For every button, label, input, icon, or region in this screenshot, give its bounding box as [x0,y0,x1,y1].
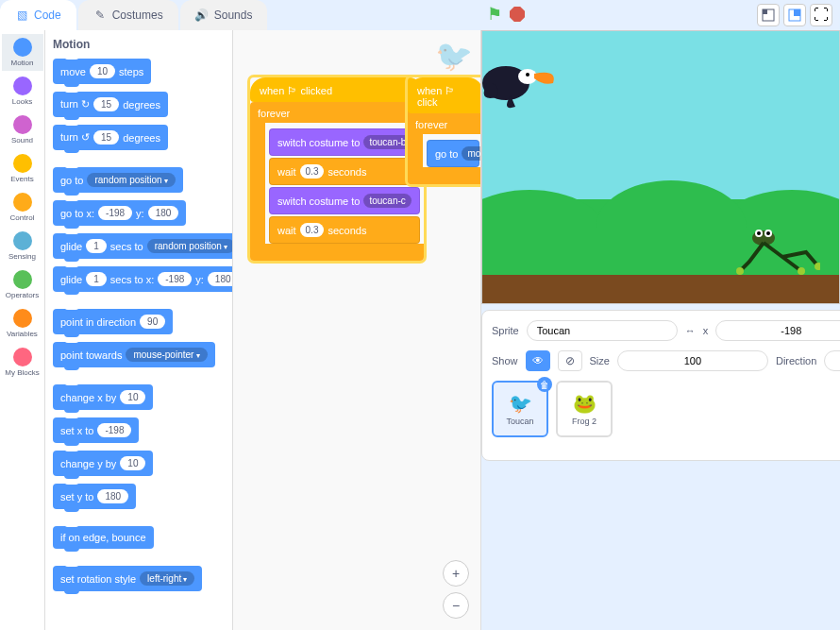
wait-block-2[interactable]: wait0.3seconds [269,216,420,244]
frog-thumb-icon: 🐸 [573,392,596,415]
sprite-frog-on-stage[interactable] [735,219,820,294]
sprite-tile-frog[interactable]: 🐸 Frog 2 [556,381,613,437]
category-motion[interactable]: Motion [2,34,43,71]
small-stage-button[interactable] [757,4,780,26]
zoom-out-icon: − [452,598,460,613]
svg-point-6 [526,73,529,77]
tab-costumes-label: Costumes [112,9,163,22]
sprite-toucan-on-stage[interactable] [481,50,567,139]
costumes-icon: ✎ [93,9,107,22]
stage-canvas[interactable] [481,30,840,304]
tab-code[interactable]: ▧ Code [0,0,76,30]
sprite-tile-label: Frog 2 [572,417,596,426]
green-flag-button[interactable]: ⚑ [487,4,502,25]
hat-when-flag-clicked[interactable]: when 🏳 clicked [250,77,424,102]
category-myblocks[interactable]: My Blocks [2,344,43,381]
stop-button[interactable] [510,7,525,22]
svg-point-13 [798,267,805,275]
sounds-icon: 🔊 [195,9,209,22]
show-sprite-button[interactable]: 👁 [526,350,550,371]
zoom-in-button[interactable]: + [443,560,469,587]
svg-point-11 [766,231,770,235]
sprite-info-panel: Sprite ↔ x ↕ y Show 👁 ⊘ Size Direction [481,310,840,461]
show-label: Show [492,355,518,366]
block-glide-xy[interactable]: glide1secs to x:-198y:180 [53,266,232,292]
svg-point-10 [757,231,761,235]
sprite-watermark: 🐦 [435,38,473,74]
block-goto-menu[interactable]: go torandom position [53,167,183,193]
category-events[interactable]: Events [2,150,43,187]
sprite-x-input[interactable] [715,320,840,341]
code-icon: ▧ [15,9,28,22]
goto-block[interactable]: go tomous [427,140,479,167]
zoom-in-icon: + [452,566,460,581]
block-change-y[interactable]: change y by10 [53,451,153,476]
switch-costume-block-1[interactable]: switch costume totoucan-b [269,128,420,156]
sprite-tile-toucan[interactable]: 🗑 🐦 Toucan [492,381,548,437]
eye-off-icon: ⊘ [565,354,575,367]
category-control[interactable]: Control [2,189,43,226]
script-stack-2[interactable]: when 🏳 click forever go tomous [408,77,481,184]
switch-costume-block-2[interactable]: switch costume totoucan-c [269,187,420,214]
block-glide-menu[interactable]: glide1secs torandom position [53,233,232,259]
size-label: Size [590,355,610,366]
block-categories: Motion Looks Sound Events Control Sensin… [0,30,45,630]
fullscreen-icon: ⛶ [814,7,829,24]
zoom-out-button[interactable]: − [443,592,469,619]
block-set-x[interactable]: set x to-198 [53,417,139,443]
scripts-area[interactable]: 🐦 when 🏳 clicked forever switch costume … [232,30,481,630]
sprite-label: Sprite [492,325,519,336]
trash-icon: 🗑 [540,380,549,390]
category-operators[interactable]: Operators [2,266,43,303]
block-edge-bounce[interactable]: if on edge, bounce [53,526,154,549]
svg-rect-1 [763,9,767,14]
large-stage-button[interactable] [783,4,806,26]
category-variables[interactable]: Variables [2,305,43,342]
tab-code-label: Code [34,9,61,22]
block-turn-cw[interactable]: turn ↻15degrees [53,92,168,117]
sprite-size-input[interactable] [617,350,768,371]
forever-block[interactable]: forever switch costume totoucan-b wait0.… [250,102,424,261]
block-point-direction[interactable]: point in direction90 [53,309,173,334]
backdrop-bush-mid [596,180,747,275]
category-looks[interactable]: Looks [2,73,43,110]
large-stage-icon [788,9,801,22]
block-point-towards[interactable]: point towardsmouse-pointer [53,342,215,367]
eye-icon: 👁 [532,354,544,367]
palette-title: Motion [53,38,225,51]
sprite-name-input[interactable] [527,320,678,341]
block-palette[interactable]: Motion move10steps turn ↻15degrees turn … [45,30,232,630]
svg-point-12 [736,267,744,275]
tab-sounds-label: Sounds [214,9,253,22]
xy-icon: ↔ [685,325,696,336]
fullscreen-button[interactable]: ⛶ [810,4,832,26]
svg-rect-3 [794,9,800,16]
delete-sprite-button[interactable]: 🗑 [537,377,552,392]
block-goto-xy[interactable]: go to x:-198y:180 [53,200,186,226]
block-set-y[interactable]: set y to180 [53,484,136,509]
block-rotation-style[interactable]: set rotation styleleft-right [53,566,202,591]
wait-block-1[interactable]: wait0.3seconds [269,158,420,185]
sprite-tile-label: Toucan [506,417,533,426]
tab-sounds[interactable]: 🔊 Sounds [180,0,268,30]
hat-when-flag-clicked-2[interactable]: when 🏳 click [408,77,481,113]
tab-costumes[interactable]: ✎ Costumes [78,0,178,30]
category-sound[interactable]: Sound [2,111,43,148]
toucan-thumb-icon: 🐦 [509,392,532,415]
hide-sprite-button[interactable]: ⊘ [558,350,582,371]
small-stage-icon [762,9,775,22]
block-move-steps[interactable]: move10steps [53,59,151,84]
category-sensing[interactable]: Sensing [2,228,43,264]
direction-label: Direction [776,355,816,366]
script-stack-1[interactable]: when 🏳 clicked forever switch costume to… [250,77,424,261]
forever-block-2[interactable]: forever go tomous [408,113,481,184]
sprite-direction-input[interactable] [824,350,840,371]
block-change-x[interactable]: change x by10 [53,384,153,410]
block-turn-ccw[interactable]: turn ↺15degrees [53,125,168,150]
